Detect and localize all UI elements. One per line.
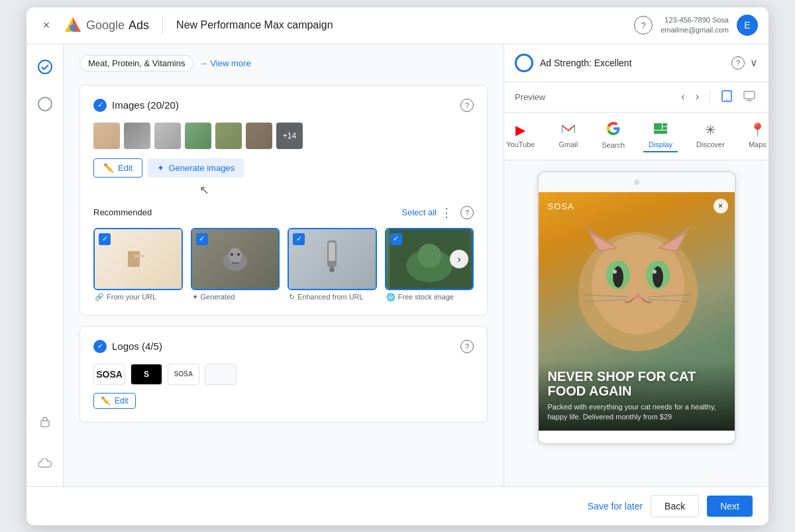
image-actions: ✏️ Edit ✦ Generate images xyxy=(93,158,474,178)
panel-header: Ad Strength: Excellent ? ∨ xyxy=(504,44,768,82)
right-panel: Ad Strength: Excellent ? ∨ Preview ‹ › xyxy=(504,44,768,486)
campaign-title: New Performance Max campaign xyxy=(176,19,626,31)
generate-images-button[interactable]: ✦ Generate images xyxy=(148,158,244,178)
globe-icon: 🌐 xyxy=(386,293,396,301)
image-card-3: ↻ Enhanced from URL xyxy=(288,228,377,301)
display-icon xyxy=(653,123,668,138)
tablet-icon xyxy=(721,90,733,102)
next-image-button[interactable]: › xyxy=(450,250,468,268)
close-button[interactable]: × xyxy=(37,16,56,34)
ad-preview-image: SOSA × NEVER SHOP FOR CAT FOOD AGAIN Pac… xyxy=(539,192,735,431)
thumbnail-3 xyxy=(154,123,181,149)
svg-point-40 xyxy=(613,270,617,274)
check-circle-icon xyxy=(38,60,52,74)
svg-rect-6 xyxy=(128,251,140,267)
ad-strength-circle-icon xyxy=(515,54,533,72)
svg-point-38 xyxy=(613,266,623,288)
svg-rect-13 xyxy=(329,242,335,261)
svg-rect-29 xyxy=(654,131,667,134)
image-card-1-frame[interactable] xyxy=(93,228,183,290)
image-card-4-frame[interactable]: › xyxy=(385,228,474,290)
tab-display[interactable]: Display xyxy=(643,120,678,152)
sidebar xyxy=(26,44,64,486)
gmail-icon xyxy=(562,123,575,138)
tab-gmail[interactable]: Gmail xyxy=(553,120,583,152)
panel-collapse-button[interactable]: ∨ xyxy=(750,56,758,69)
image-card-2-frame[interactable] xyxy=(191,228,280,290)
sidebar-icon-circle[interactable] xyxy=(33,92,57,116)
circle-icon xyxy=(38,97,52,111)
sidebar-icon-cloud[interactable] xyxy=(33,452,57,476)
logos-edit-button[interactable]: ✏️ Edit xyxy=(93,393,136,409)
preview-bar: Preview ‹ › xyxy=(504,82,768,113)
svg-point-9 xyxy=(229,248,242,264)
help-icon[interactable]: ? xyxy=(634,16,653,34)
logos-pencil-icon: ✏️ xyxy=(101,396,111,405)
images-section: ✓ Images (20/20) ? +14 ✏️ xyxy=(80,85,488,315)
image-checkbox-2[interactable] xyxy=(196,233,208,245)
header-divider xyxy=(162,16,163,34)
logos-help-icon[interactable]: ? xyxy=(460,340,474,353)
logo-item-dark: S xyxy=(131,364,162,385)
svg-point-14 xyxy=(329,267,335,272)
gmail-svg-icon xyxy=(562,124,575,134)
tab-search[interactable]: Search xyxy=(596,119,630,153)
tab-youtube[interactable]: ▶ YouTube xyxy=(501,119,540,152)
arrow-icon: → xyxy=(199,58,207,68)
google-search-icon xyxy=(607,122,620,138)
logo-items: SOSA S SOSA xyxy=(93,364,474,385)
svg-rect-5 xyxy=(41,421,49,427)
preview-divider xyxy=(710,90,710,103)
desktop-device-button[interactable] xyxy=(741,89,758,105)
svg-point-2 xyxy=(70,25,76,31)
images-help-icon[interactable]: ? xyxy=(460,99,474,112)
svg-point-39 xyxy=(653,266,663,288)
view-more-link[interactable]: → View more xyxy=(199,58,250,68)
preview-prev-button[interactable]: ‹ xyxy=(678,89,687,104)
thumbnail-4 xyxy=(185,123,211,149)
sidebar-icon-lock[interactable] xyxy=(33,409,57,433)
panel-help-icon[interactable]: ? xyxy=(731,56,745,70)
tab-maps[interactable]: 📍 Maps xyxy=(743,119,768,152)
cloud-icon xyxy=(38,458,52,469)
footer-bar: Save for later Back Next xyxy=(26,486,768,525)
image-card-3-frame[interactable] xyxy=(288,228,377,290)
save-for-later-button[interactable]: Save for later xyxy=(588,501,643,511)
svg-rect-27 xyxy=(662,123,667,127)
thumbnail-6 xyxy=(246,123,272,149)
image-checkbox-3[interactable] xyxy=(293,233,305,245)
sidebar-icon-check[interactable] xyxy=(33,55,57,79)
image-checkbox-4[interactable] xyxy=(390,233,402,245)
back-button[interactable]: Back xyxy=(651,495,699,517)
account-email: emailme@gmail.com xyxy=(661,25,729,35)
images-section-header: ✓ Images (20/20) ? xyxy=(93,99,474,112)
card2-content xyxy=(219,242,252,276)
google-g-icon xyxy=(607,122,620,135)
tablet-frame: SOSA × NEVER SHOP FOR CAT FOOD AGAIN Pac… xyxy=(537,171,736,445)
ad-text-area: NEVER SHOP FOR CAT FOOD AGAIN Packed wit… xyxy=(539,361,735,431)
breadcrumb-tag: Meat, Protein, & Vitamins xyxy=(80,55,193,72)
select-all-button[interactable]: Select all xyxy=(401,207,437,217)
avatar[interactable]: E xyxy=(737,15,758,36)
tablet-device-button[interactable] xyxy=(718,89,735,105)
recommended-help-icon[interactable]: ? xyxy=(460,206,474,219)
logos-section-title: Logos (4/5) xyxy=(112,341,455,352)
tablet-top-bar xyxy=(539,172,735,192)
ad-close-button[interactable]: × xyxy=(714,199,728,213)
youtube-icon: ▶ xyxy=(515,122,525,138)
logos-section-header: ✓ Logos (4/5) ? xyxy=(93,340,474,353)
preview-area: SOSA × NEVER SHOP FOR CAT FOOD AGAIN Pac… xyxy=(504,160,768,486)
logo-item-text: SOSA xyxy=(93,364,125,385)
image-checkbox-1[interactable] xyxy=(99,233,111,245)
discover-icon: ✳ xyxy=(705,122,716,138)
thumbnail-1 xyxy=(93,123,120,149)
more-options-button[interactable]: ⋮ xyxy=(437,205,456,220)
tab-discover[interactable]: ✳ Discover xyxy=(691,119,730,152)
preview-next-button[interactable]: › xyxy=(693,89,702,104)
next-button[interactable]: Next xyxy=(707,496,753,517)
svg-point-4 xyxy=(38,97,52,111)
app-window: × Google Ads New Performance Max campaig… xyxy=(26,7,768,525)
images-section-title: Images (20/20) xyxy=(112,99,455,111)
edit-button[interactable]: ✏️ Edit xyxy=(93,158,142,178)
star-icon: ✦ xyxy=(192,293,198,301)
